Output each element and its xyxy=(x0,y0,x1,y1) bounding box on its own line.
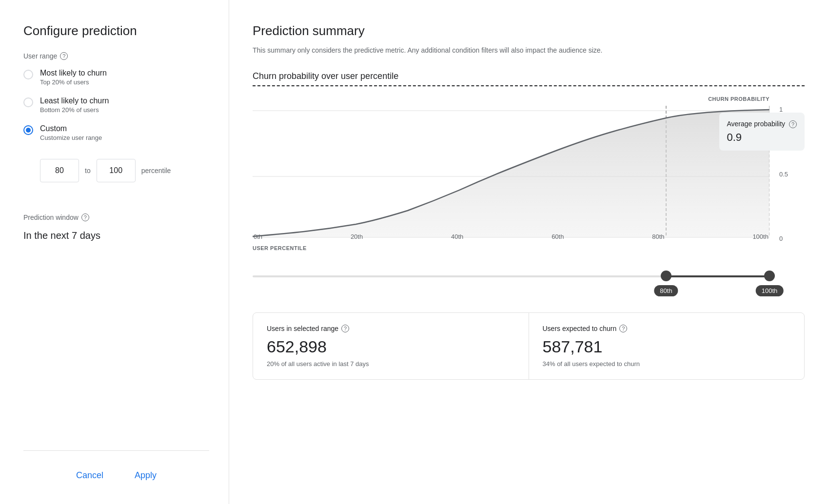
percentile-inputs: to percentile xyxy=(40,159,209,182)
user-range-options: Most likely to churn Top 20% of users Le… xyxy=(23,69,209,182)
radio-least-likely-sublabel: Bottom 20% of users xyxy=(40,106,109,114)
chart-area-fill xyxy=(253,110,769,237)
x-label-0: 0th xyxy=(254,233,262,240)
radio-most-likely-label: Most likely to churn xyxy=(40,69,107,78)
chart-tooltip: Average probability ? 0.9 xyxy=(719,113,805,151)
cancel-button[interactable]: Cancel xyxy=(68,466,111,485)
x-label-40: 40th xyxy=(451,233,463,240)
radio-custom-sublabel: Customize user range xyxy=(40,134,102,141)
y-label-1: 1 xyxy=(775,106,805,113)
left-panel: Configure prediction User range ? Most l… xyxy=(0,0,229,504)
chart-svg-wrapper xyxy=(253,106,769,242)
chart-svg xyxy=(253,106,769,242)
radio-least-likely-label: Least likely to churn xyxy=(40,97,109,105)
x-axis-labels: 0th 20th 40th 60th 80th 100th xyxy=(253,233,769,240)
y-label-0: 0 xyxy=(775,235,805,242)
prediction-summary-title: Prediction summary xyxy=(253,23,805,39)
chart-title: Churn probability over user percentile xyxy=(253,71,805,86)
y-label-0-5: 0.5 xyxy=(775,171,805,178)
prediction-window-help-icon[interactable]: ? xyxy=(81,213,89,221)
user-range-label: User range xyxy=(23,52,57,60)
percentile-suffix: percentile xyxy=(141,167,171,174)
stat-card-users-selected: Users in selected range ? 652,898 20% of… xyxy=(253,313,529,379)
user-range-section: User range ? xyxy=(23,52,209,60)
radio-least-likely[interactable]: Least likely to churn Bottom 20% of user… xyxy=(23,97,209,114)
radio-circle-least-likely[interactable] xyxy=(23,97,33,107)
stat-sub-users-churn: 34% of all users expected to churn xyxy=(543,360,791,368)
slider-thumb-left[interactable] xyxy=(661,271,671,281)
slider-container: 80th 100th xyxy=(253,268,769,297)
summary-description: This summary only considers the predicti… xyxy=(253,45,652,56)
stat-card-users-churn: Users expected to churn ? 587,781 34% of… xyxy=(529,313,805,379)
stat-users-selected-help-icon[interactable]: ? xyxy=(341,325,349,332)
tooltip-help-icon[interactable]: ? xyxy=(789,120,797,128)
stat-value-users-selected: 652,898 xyxy=(267,337,515,356)
radio-circle-most-likely[interactable] xyxy=(23,70,33,79)
stat-title-users-selected: Users in selected range ? xyxy=(267,325,515,332)
radio-most-likely[interactable]: Most likely to churn Top 20% of users xyxy=(23,69,209,86)
stat-title-users-churn: Users expected to churn ? xyxy=(543,325,791,332)
radio-circle-custom[interactable] xyxy=(23,125,33,135)
prediction-window-label: Prediction window xyxy=(23,213,79,221)
prediction-window-label-row: Prediction window ? xyxy=(23,213,209,221)
chart-area: CHURN PROBABILITY xyxy=(253,96,805,297)
stat-users-churn-help-icon[interactable]: ? xyxy=(619,325,627,332)
bottom-buttons: Cancel Apply xyxy=(23,450,209,485)
x-label-20: 20th xyxy=(351,233,363,240)
slider-label-left: 80th xyxy=(654,285,678,296)
slider-label-right: 100th xyxy=(756,285,784,296)
stat-sub-users-selected: 20% of all users active in last 7 days xyxy=(267,360,515,368)
right-panel: Prediction summary This summary only con… xyxy=(229,0,828,504)
x-label-80: 80th xyxy=(652,233,664,240)
tooltip-title: Average probability ? xyxy=(727,119,797,128)
slider-thumb-right[interactable] xyxy=(764,271,775,281)
stats-cards: Users in selected range ? 652,898 20% of… xyxy=(253,312,805,380)
radio-custom[interactable]: Custom Customize user range xyxy=(23,124,209,141)
user-range-help-icon[interactable]: ? xyxy=(60,52,68,60)
percentile-from-input[interactable] xyxy=(40,159,79,182)
prediction-window-section: Prediction window ? In the next 7 days xyxy=(23,213,209,241)
percentile-to-input[interactable] xyxy=(97,159,136,182)
slider-range xyxy=(666,275,769,277)
x-label-100: 100th xyxy=(752,233,769,240)
chart-container: 1 0.5 0 Average probability ? 0.9 0th 20… xyxy=(253,106,805,262)
stat-value-users-churn: 587,781 xyxy=(543,337,791,356)
apply-button[interactable]: Apply xyxy=(127,466,164,485)
tooltip-value: 0.9 xyxy=(727,131,797,144)
percentile-separator: to xyxy=(85,167,91,174)
prediction-window-value: In the next 7 days xyxy=(23,230,209,241)
radio-custom-label: Custom xyxy=(40,124,102,133)
chart-y-axis-label: CHURN PROBABILITY xyxy=(708,96,769,102)
x-label-60: 60th xyxy=(552,233,564,240)
radio-most-likely-sublabel: Top 20% of users xyxy=(40,78,107,86)
chart-x-axis-label: USER PERCENTILE xyxy=(253,245,307,251)
configure-title: Configure prediction xyxy=(23,23,209,39)
